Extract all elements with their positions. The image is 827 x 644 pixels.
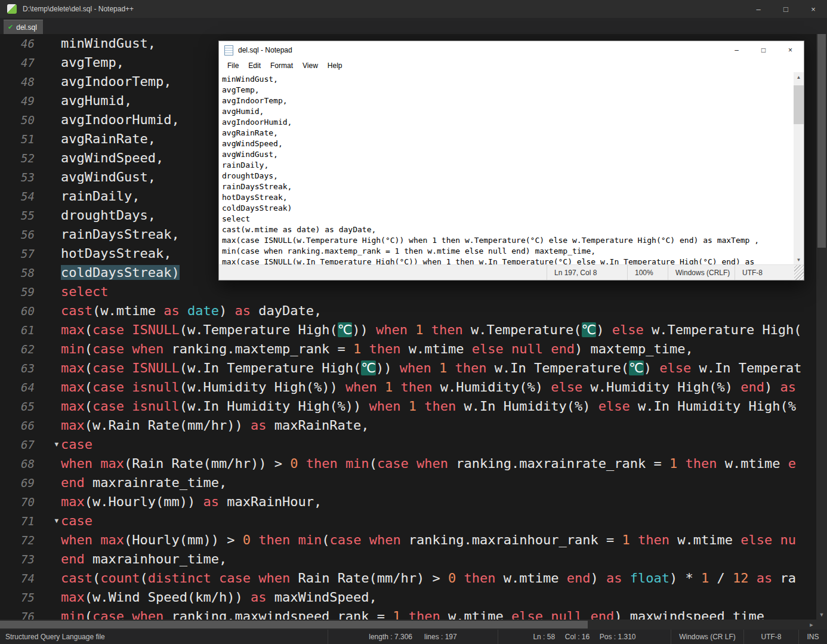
notepad-text-line: cast(w.mtime as date) as dayDate, [222,224,794,235]
fold-marker-icon[interactable]: ▼ [35,511,61,531]
notepad-text-area[interactable]: minWindGust,avgTemp,avgIndoorTemp,avgHum… [219,72,794,265]
npp-maximize-button[interactable]: □ [772,0,800,18]
notepad-titlebar[interactable]: del.sql - Notepad – □ × [219,41,804,59]
code-text: end maxrainhour_time, [61,550,816,569]
line-number[interactable]: 56 [0,225,35,244]
code-line[interactable]: 71▼case [0,511,816,531]
line-number[interactable]: 76 [0,607,35,620]
code-line[interactable]: 76min(case when ranking.maxwindspeed_ran… [0,607,816,620]
code-line[interactable]: 66max(w.Rain Rate(mm/hr)) as maxRainRate… [0,416,816,435]
line-number[interactable]: 50 [0,110,35,130]
notepad-status-zoom[interactable]: 100% [627,265,668,280]
line-number[interactable]: 49 [0,91,35,110]
code-line[interactable]: 59select [0,282,816,301]
line-number[interactable]: 58 [0,263,35,282]
notepad-scrollbar-thumb[interactable] [794,85,804,124]
fold-margin [35,149,61,168]
line-number[interactable]: 62 [0,340,35,359]
status-eol-format[interactable]: Windows (CR LF) [671,630,743,644]
notepad-text-line: hotDaysStreak, [222,192,794,203]
line-number[interactable]: 53 [0,168,35,187]
fold-margin [35,168,61,187]
menu-file[interactable]: File [223,60,243,71]
code-line[interactable]: 64max(case isnull(w.Humidity High(%)) wh… [0,378,816,397]
fold-margin [35,130,61,149]
code-text: max(w.Hourly(mm)) as maxRainHour, [61,492,816,511]
fold-margin [35,531,61,550]
code-line[interactable]: 61max(case ISNULL(w.Temperature High(℃))… [0,321,816,340]
line-number[interactable]: 69 [0,473,35,492]
code-line[interactable]: 73end maxrainhour_time, [0,550,816,569]
line-number[interactable]: 73 [0,550,35,569]
scroll-up-icon[interactable]: ▲ [794,72,804,82]
code-line[interactable]: 63max(case ISNULL(w.In Temperature High(… [0,359,816,378]
line-number[interactable]: 59 [0,282,35,301]
line-number[interactable]: 52 [0,149,35,168]
line-number[interactable]: 64 [0,378,35,397]
menu-help[interactable]: Help [323,60,347,71]
menu-format[interactable]: Format [266,60,298,71]
line-number[interactable]: 70 [0,492,35,511]
line-number[interactable]: 60 [0,301,35,321]
notepad-close-button[interactable]: × [777,41,804,59]
npp-horizontal-scrollbar[interactable]: ► [0,620,816,630]
tab-del-sql[interactable]: ✔ del.sql [4,20,43,34]
notepad-status-bar: Ln 197, Col 8 100% Windows (CRLF) UTF-8 [219,264,804,280]
scroll-down-icon[interactable]: ▼ [794,255,804,265]
status-encoding[interactable]: UTF-8 [743,630,798,644]
line-number[interactable]: 48 [0,72,35,91]
line-number[interactable]: 66 [0,416,35,435]
notepad-text-line: avgWindGust, [222,149,794,160]
code-line[interactable]: 65max(case isnull(w.In Humidity High(%))… [0,397,816,416]
fold-margin [35,206,61,225]
menu-edit[interactable]: Edit [243,60,266,71]
code-text: end maxrainrate_time, [61,473,816,492]
code-line[interactable]: 68when max(Rain Rate(mm/hr)) > 0 then mi… [0,454,816,473]
line-number[interactable]: 71 [0,511,35,531]
line-number[interactable]: 72 [0,531,35,550]
line-number[interactable]: 51 [0,130,35,149]
npp-vertical-scrollbar-thumb[interactable] [817,34,826,248]
tab-label: del.sql [16,23,37,32]
code-line[interactable]: 75max(w.Wind Speed(km/h)) as maxWindSpee… [0,588,816,607]
scroll-down-icon[interactable]: ▼ [816,610,827,620]
notepad-text-line: max(case ISNULL(w.In Temperature High(°C… [222,257,794,265]
code-line[interactable]: 74cast(count(distinct case when Rain Rat… [0,569,816,588]
npp-vertical-scrollbar[interactable]: ▼ [816,34,827,620]
notepad-minimize-button[interactable]: – [723,41,750,59]
resize-grip[interactable] [794,265,804,280]
code-line[interactable]: 60cast(w.mtime as date) as dayDate, [0,301,816,321]
fold-margin [35,607,61,620]
line-number[interactable]: 47 [0,53,35,72]
notepad-text-line: rainDaily, [222,160,794,171]
code-line[interactable]: 69end maxrainrate_time, [0,473,816,492]
npp-minimize-button[interactable]: – [745,0,772,18]
fold-marker-icon[interactable]: ▼ [35,435,61,454]
line-number[interactable]: 68 [0,454,35,473]
scroll-right-icon[interactable]: ► [807,620,816,630]
code-line[interactable]: 62min(case when ranking.maxtemp_rank = 1… [0,340,816,359]
line-number[interactable]: 54 [0,187,35,206]
code-line[interactable]: 67▼case [0,435,816,454]
notepad-window-controls: – □ × [723,41,804,59]
notepad-maximize-button[interactable]: □ [750,41,777,59]
line-number[interactable]: 67 [0,435,35,454]
notepad-window: del.sql - Notepad – □ × File Edit Format… [218,41,804,281]
status-insert-mode[interactable]: INS [798,630,827,644]
npp-titlebar[interactable]: D:\temp\delete\del.sql - Notepad++ – □ × [0,0,827,18]
code-line[interactable]: 70max(w.Hourly(mm)) as maxRainHour, [0,492,816,511]
npp-horizontal-scrollbar-thumb[interactable] [0,621,588,628]
line-number[interactable]: 61 [0,321,35,340]
fold-margin [35,397,61,416]
line-number[interactable]: 63 [0,359,35,378]
code-line[interactable]: 72when max(Hourly(mm)) > 0 then min(case… [0,531,816,550]
line-number[interactable]: 57 [0,244,35,263]
line-number[interactable]: 74 [0,569,35,588]
line-number[interactable]: 65 [0,397,35,416]
line-number[interactable]: 75 [0,588,35,607]
line-number[interactable]: 46 [0,34,35,53]
line-number[interactable]: 55 [0,206,35,225]
npp-close-button[interactable]: × [800,0,827,18]
menu-view[interactable]: View [298,60,323,71]
notepad-vertical-scrollbar[interactable]: ▲ ▼ [794,72,804,265]
